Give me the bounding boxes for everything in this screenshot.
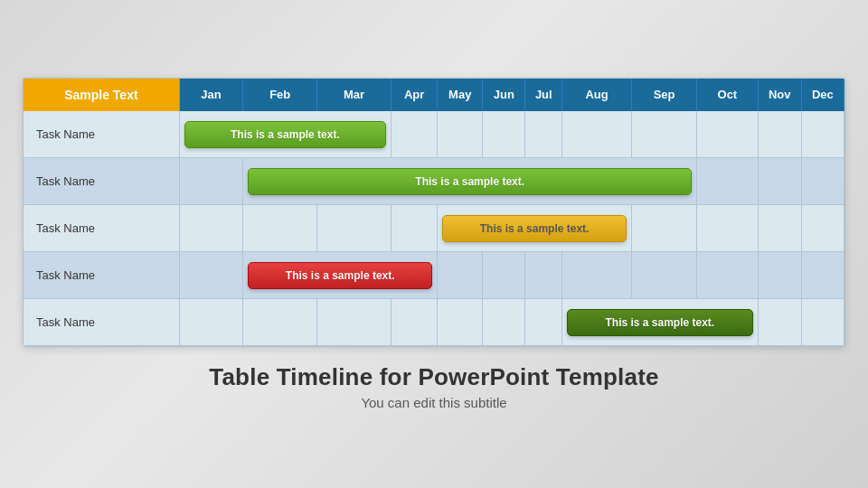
task-name-1: Task Name (24, 111, 179, 158)
bar-cell-2: This is a sample text. (243, 158, 697, 205)
header-nov: Nov (758, 79, 801, 111)
gantt-bar-5: This is a sample text. (567, 309, 752, 336)
main-container: Sample Text Jan Feb Mar Apr May Jun Jul … (23, 78, 845, 411)
bar-cell-1: This is a sample text. (179, 111, 391, 158)
task-name-4: Task Name (24, 252, 179, 299)
task-name-3: Task Name (24, 205, 179, 252)
gantt-bar-4: This is a sample text. (248, 262, 432, 289)
table-row: Task Name This is a sample text. (24, 252, 844, 299)
task-name-5: Task Name (24, 299, 179, 346)
header-jan: Jan (179, 79, 243, 111)
header-aug: Aug (562, 79, 632, 111)
header-mar: Mar (317, 79, 392, 111)
table-row: Task Name This is a sample text. (24, 111, 844, 158)
header-may: May (438, 79, 483, 111)
header-jul: Jul (525, 79, 562, 111)
task-name-2: Task Name (24, 158, 179, 205)
header-dec: Dec (801, 79, 844, 111)
table-row: Task Name This is a sample text. (24, 158, 844, 205)
header-sep: Sep (632, 79, 697, 111)
header-row: Sample Text Jan Feb Mar Apr May Jun Jul … (24, 79, 844, 111)
bar-cell-5: This is a sample text. (562, 299, 758, 346)
table-row: Task Name This is a sample text. (24, 299, 844, 346)
table-row: Task Name This is a sample text. (24, 205, 844, 252)
header-apr: Apr (392, 79, 438, 111)
bar-cell-3: This is a sample text. (438, 205, 632, 252)
timeline-table: Sample Text Jan Feb Mar Apr May Jun Jul … (24, 79, 844, 347)
footer-subtitle: You can edit this subtitle (209, 395, 658, 410)
gantt-bar-3: This is a sample text. (442, 215, 627, 242)
bar-cell-4: This is a sample text. (243, 252, 438, 299)
header-sample-text: Sample Text (24, 79, 179, 111)
gantt-bar-2: This is a sample text. (248, 168, 692, 195)
footer: Table Timeline for PowerPoint Template Y… (209, 363, 658, 410)
header-feb: Feb (243, 79, 317, 111)
gantt-bar-1: This is a sample text. (184, 121, 386, 148)
header-oct: Oct (697, 79, 758, 111)
timeline-table-wrapper: Sample Text Jan Feb Mar Apr May Jun Jul … (23, 78, 845, 348)
header-jun: Jun (483, 79, 525, 111)
footer-title: Table Timeline for PowerPoint Template (209, 363, 658, 391)
